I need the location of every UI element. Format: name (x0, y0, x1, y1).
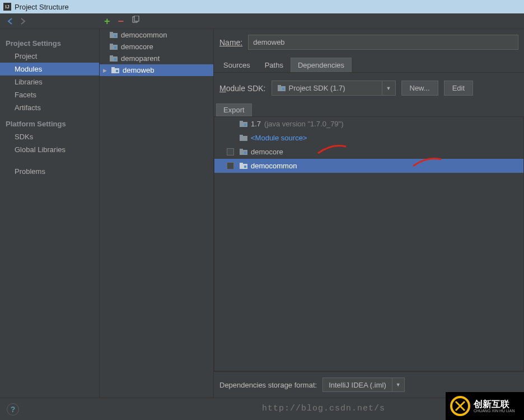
sidebar-item-global-libraries[interactable]: Global Libraries (0, 143, 99, 156)
tab-paths[interactable]: Paths (258, 58, 291, 72)
module-label: demoparent (121, 54, 160, 63)
tab-sources[interactable]: Sources (216, 58, 258, 72)
folder-icon (240, 121, 247, 128)
module-label: demoweb (123, 66, 154, 74)
remove-icon[interactable]: − (118, 16, 124, 27)
svg-rect-13 (116, 70, 118, 72)
copy-icon[interactable] (132, 16, 139, 27)
detail-panel: Name: Sources Paths Dependencies Module … (214, 29, 524, 398)
svg-rect-23 (240, 149, 243, 150)
module-icon (240, 163, 247, 169)
logo-brand-sub: CHUANG XIN HU LIAN (474, 409, 515, 413)
jdk-name: 1.7 (251, 120, 261, 128)
sidebar-item-libraries[interactable]: Libraries (0, 75, 99, 88)
module-toolbar: + − (104, 16, 139, 27)
svg-rect-1 (134, 16, 139, 21)
sidebar-item-modules[interactable]: Modules (0, 63, 99, 75)
toolbar: + − (0, 13, 524, 29)
watermark-url: http://blog.csdn.net/s (262, 404, 385, 413)
svg-rect-21 (240, 135, 243, 136)
module-icon (110, 55, 118, 62)
module-icon (110, 44, 118, 50)
sdk-label: Module SDK: (219, 84, 266, 93)
app-icon: IJ (3, 3, 11, 11)
titlebar: IJ Project Structure (0, 0, 524, 13)
jdk-version: (java version "1.7.0_79") (264, 120, 343, 128)
expand-icon[interactable]: ▶ (103, 68, 107, 73)
sidebar-item-artifacts[interactable]: Artifacts (0, 101, 99, 114)
back-icon[interactable] (6, 16, 16, 26)
svg-rect-15 (278, 85, 281, 87)
module-label: democommon (121, 31, 167, 39)
svg-rect-3 (110, 32, 113, 34)
chevron-down-icon[interactable]: ▼ (382, 81, 395, 95)
svg-rect-26 (240, 163, 243, 164)
module-source-label: <Module source> (251, 134, 307, 142)
logo-icon (450, 396, 470, 416)
window-title: Project Structure (15, 3, 69, 11)
project-settings-header: Project Settings (0, 37, 99, 50)
svg-rect-10 (114, 58, 116, 60)
storage-label: Dependencies storage format: (219, 381, 317, 389)
storage-value: IntelliJ IDEA (.iml) (323, 381, 392, 389)
name-input[interactable] (248, 35, 518, 50)
dep-label: democore (251, 148, 283, 156)
module-icon (111, 67, 119, 74)
svg-rect-20 (240, 136, 247, 141)
left-panel: Project Settings Project Modules Librari… (0, 29, 100, 398)
edit-button[interactable]: Edit (444, 81, 473, 96)
watermark-logo: 创新互联 CHUANG XIN HU LIAN (446, 392, 524, 420)
module-icon (110, 32, 118, 39)
module-item-demoweb[interactable]: ▶ demoweb (100, 64, 213, 76)
module-item-democommon[interactable]: democommon (100, 29, 213, 41)
svg-rect-18 (240, 121, 243, 122)
sidebar-item-problems[interactable]: Problems (0, 165, 99, 178)
tab-dependencies[interactable]: Dependencies (291, 58, 352, 72)
platform-settings-header: Platform Settings (0, 117, 99, 130)
forward-icon (18, 16, 28, 26)
dep-row-jdk[interactable]: 1.7 (java version "1.7.0_79") (214, 117, 523, 131)
svg-rect-12 (111, 67, 115, 69)
svg-rect-16 (282, 88, 284, 90)
svg-rect-19 (244, 124, 246, 126)
export-checkbox[interactable] (227, 162, 234, 169)
module-item-demoparent[interactable]: demoparent (100, 53, 213, 64)
chevron-down-icon[interactable]: ▼ (392, 378, 404, 391)
svg-rect-7 (114, 46, 116, 49)
export-checkbox[interactable] (227, 148, 234, 155)
dep-row-democore[interactable]: democore (214, 145, 523, 159)
svg-rect-27 (244, 166, 246, 168)
help-icon[interactable]: ? (7, 403, 19, 416)
dep-row-module-source[interactable]: <Module source> (214, 131, 523, 145)
folder-icon (240, 135, 247, 141)
module-icon (240, 149, 247, 155)
sdk-select[interactable]: Project SDK (1.7) ▼ (272, 81, 396, 96)
modules-panel: democommon democore demoparent ▶ demoweb (100, 29, 214, 398)
svg-rect-24 (244, 152, 246, 154)
name-label: Name: (219, 38, 242, 47)
storage-select[interactable]: IntelliJ IDEA (.iml) ▼ (322, 377, 405, 392)
sidebar-item-project[interactable]: Project (0, 50, 99, 63)
module-item-democore[interactable]: democore (100, 41, 213, 53)
dependencies-list: 1.7 (java version "1.7.0_79") <Module so… (214, 116, 524, 371)
svg-rect-4 (114, 35, 116, 37)
svg-rect-9 (110, 55, 113, 57)
tabs: Sources Paths Dependencies (214, 58, 524, 73)
add-icon[interactable]: + (104, 16, 110, 27)
svg-rect-6 (110, 44, 113, 45)
sidebar-item-sdks[interactable]: SDKs (0, 130, 99, 143)
sidebar-item-facets[interactable]: Facets (0, 88, 99, 101)
dep-row-democommon[interactable]: democommon (214, 159, 523, 173)
sdk-value: Project SDK (1.7) (289, 84, 345, 92)
export-header: Export (216, 103, 252, 116)
folder-icon (278, 85, 286, 92)
logo-brand: 创新互联 (474, 400, 515, 409)
new-button[interactable]: New... (401, 81, 438, 96)
module-label: democore (121, 43, 153, 51)
dep-label: democommon (251, 162, 297, 170)
